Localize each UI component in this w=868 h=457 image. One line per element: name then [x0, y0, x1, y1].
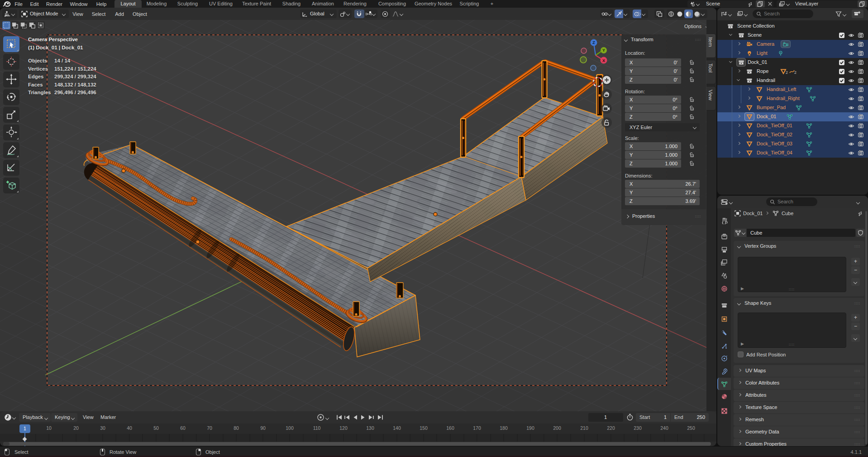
svg-text:Y: Y	[602, 48, 605, 53]
svg-text:Z: Z	[592, 40, 595, 45]
svg-text:X: X	[602, 58, 605, 63]
